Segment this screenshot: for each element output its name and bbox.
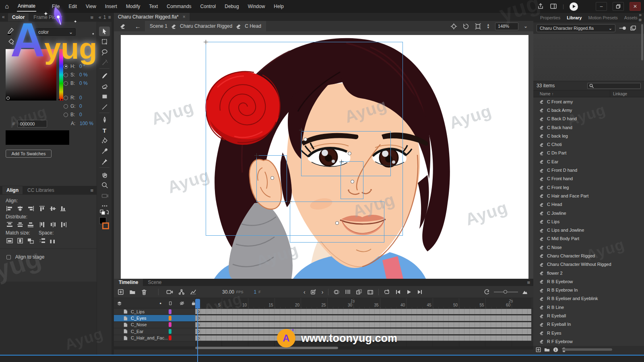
timeline-menu-icon[interactable]: ≡ — [527, 280, 530, 286]
align-bottom-button[interactable] — [60, 205, 67, 212]
distribute-left-button[interactable] — [39, 221, 46, 228]
match-width-button[interactable] — [6, 237, 13, 244]
zoom-dropdown-icon[interactable]: ⌄ — [524, 23, 528, 29]
library-item[interactable]: R B Eyeliser and Eyeblink — [533, 294, 644, 303]
library-item[interactable]: Charu Character Rigged — [533, 251, 644, 260]
tab-timeline[interactable]: Timeline — [114, 279, 143, 286]
library-item[interactable]: C Front leg — [533, 183, 644, 191]
layer-name[interactable]: C_Lips — [131, 309, 144, 314]
tab-align[interactable]: Align — [2, 186, 23, 194]
pen-tool[interactable] — [99, 115, 110, 125]
show-all-column-icon[interactable]: • — [159, 300, 161, 306]
rotate-canvas-icon[interactable] — [462, 23, 469, 30]
color-cursor[interactable] — [6, 97, 10, 100]
library-item[interactable]: C Front hand — [533, 175, 644, 183]
align-to-stage-row[interactable]: Align to stage — [6, 254, 44, 260]
distribute-center-v-button[interactable] — [16, 221, 24, 228]
menu-item[interactable]: Commands — [163, 2, 195, 11]
library-item[interactable]: R Eyeball In — [533, 320, 644, 329]
new-symbol-icon[interactable] — [536, 347, 541, 352]
collapse-panel-icon[interactable]: « — [2, 14, 5, 20]
distribute-right-button[interactable] — [60, 221, 67, 228]
hue-strip[interactable] — [59, 49, 63, 101]
layer-color-chip[interactable] — [169, 316, 171, 321]
library-item[interactable]: C Mid Body Part — [533, 234, 644, 243]
edit-multiple-frames-icon[interactable] — [356, 289, 362, 295]
library-item[interactable]: R Eyes — [533, 329, 644, 337]
align-right-button[interactable] — [27, 205, 34, 212]
linkage-column-header[interactable]: Linkage — [613, 92, 627, 96]
library-item[interactable]: C back leg — [533, 132, 644, 140]
layer-frames-span[interactable] — [195, 322, 531, 328]
hex-input[interactable] — [17, 120, 47, 128]
reset-timeline-zoom-icon[interactable] — [483, 289, 490, 295]
camera-tool[interactable] — [99, 191, 110, 200]
new-layer-icon[interactable] — [118, 289, 124, 295]
space-horizontal-button[interactable] — [49, 237, 57, 244]
library-item[interactable]: C Nose — [533, 243, 644, 251]
library-item[interactable]: C Back hand — [533, 123, 644, 132]
frame-range-icon[interactable] — [367, 289, 374, 295]
center-stage-icon[interactable] — [450, 23, 457, 30]
share-icon[interactable] — [537, 3, 544, 10]
selection-tool[interactable] — [99, 27, 110, 36]
layer-color-chip[interactable] — [169, 309, 171, 314]
line-tool[interactable] — [99, 102, 110, 112]
library-item[interactable]: C Jowline — [533, 209, 644, 217]
breadcrumb-symbol[interactable]: Charu Character Rigged — [180, 23, 232, 29]
timeline-layer-row[interactable]: C_Nose — [114, 322, 533, 328]
transform-point[interactable] — [351, 180, 354, 183]
color-type-dropdown[interactable]: color ⌄ — [35, 28, 76, 36]
document-tab[interactable]: Charu Character Rigged.fla* × — [114, 13, 190, 21]
field-value[interactable]: 0 % — [79, 80, 88, 86]
layer-color-chip[interactable] — [169, 335, 171, 340]
stroke-color-icon[interactable] — [6, 27, 14, 35]
layer-color-chip[interactable] — [169, 329, 171, 334]
pin-library-icon[interactable] — [619, 25, 626, 31]
name-column-header[interactable]: Name ↑ — [533, 92, 553, 96]
properties-info-icon[interactable] — [553, 347, 558, 352]
timeline-ruler[interactable]: 51015202530354045505560 — [195, 298, 531, 309]
transform-point[interactable] — [348, 152, 351, 155]
tab-color[interactable]: Color — [8, 13, 29, 21]
collapse-tools-icon[interactable]: « — [99, 14, 101, 20]
library-search-input[interactable] — [595, 84, 639, 88]
back-arrow-icon[interactable]: ← — [135, 23, 141, 30]
home-icon[interactable]: ⌂ — [0, 3, 14, 10]
swap-colors-icon[interactable] — [99, 209, 110, 217]
free-transform-tool[interactable] — [99, 37, 110, 47]
hand-tool[interactable] — [99, 170, 110, 179]
timeline-zoom-slider[interactable] — [494, 292, 518, 292]
menu-item[interactable]: Debug — [221, 2, 242, 11]
text-tool[interactable]: T — [99, 125, 110, 135]
library-item[interactable]: R Eyeball — [533, 311, 644, 320]
new-library-panel-icon[interactable] — [630, 25, 636, 31]
menu-item[interactable]: Edit — [65, 2, 80, 11]
close-button[interactable]: ✕ — [630, 2, 641, 11]
library-item[interactable]: R B Line — [533, 303, 644, 311]
align-left-button[interactable] — [6, 205, 13, 212]
timeline-layer-row[interactable]: C_Lips — [114, 309, 533, 315]
classic-brush-tool[interactable] — [99, 71, 110, 80]
distribute-bottom-button[interactable] — [27, 221, 34, 228]
eraser-tool[interactable] — [99, 81, 110, 91]
clip-content-icon[interactable] — [475, 23, 481, 30]
playhead[interactable] — [195, 299, 200, 309]
play-icon[interactable] — [406, 289, 412, 295]
alpha-value[interactable]: 100 % — [80, 121, 93, 126]
field-value[interactable]: 0 — [79, 95, 82, 101]
library-item[interactable]: C Front army — [533, 97, 644, 106]
library-document-dropdown[interactable]: Charu Character Rigged.fla ⌄ — [537, 24, 615, 32]
library-item[interactable]: Charu Character Without Rigged — [533, 260, 644, 269]
hide-column-icon[interactable] — [180, 300, 184, 306]
library-item[interactable]: C Dn Part — [533, 149, 644, 157]
radio-button[interactable] — [64, 73, 68, 77]
radio-button[interactable] — [64, 113, 68, 117]
field-value[interactable]: 0 ° — [79, 64, 85, 69]
rectangle-tool[interactable] — [99, 92, 110, 101]
layer-name[interactable]: C_Nose — [131, 322, 147, 327]
zoom-level-input[interactable] — [495, 23, 518, 30]
new-folder-icon[interactable] — [544, 347, 550, 352]
layer-frames-span[interactable] — [195, 309, 531, 315]
space-vertical-button[interactable] — [39, 237, 46, 244]
